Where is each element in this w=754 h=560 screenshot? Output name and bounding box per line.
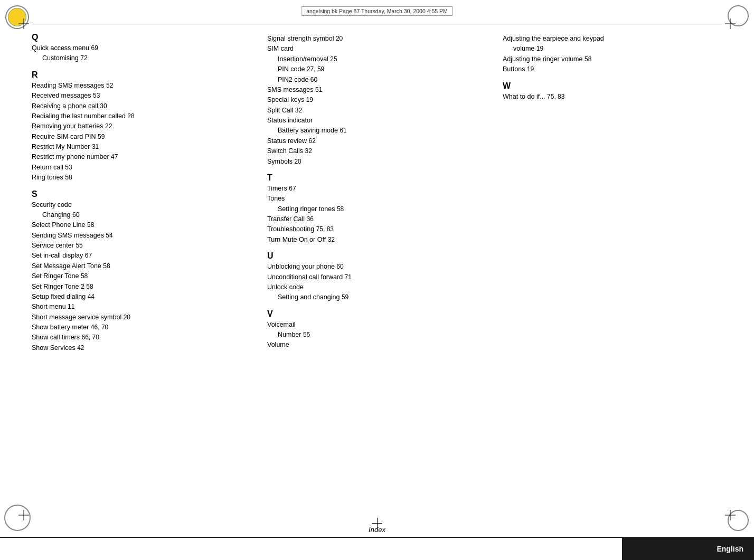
index-entry: SMS messages 51: [267, 85, 487, 95]
crosshair-bl: [16, 507, 32, 523]
entry-number: 58: [65, 174, 72, 181]
index-entry: Ring tones 58: [32, 173, 251, 183]
entry-number: 55: [303, 331, 310, 338]
index-entry: Show Services 42: [32, 343, 251, 353]
index-entry: Signal strength symbol 20: [267, 34, 487, 44]
index-entry: Setting and changing 59: [267, 292, 487, 302]
entry-number: 20: [124, 314, 130, 321]
entry-number: 60: [336, 263, 343, 270]
entry-number: 19: [536, 45, 543, 52]
entry-number: 32: [328, 236, 335, 243]
section-header-Q: Q: [32, 33, 251, 42]
entry-number: 58: [585, 55, 591, 63]
index-entry: Split Call 32: [267, 106, 487, 116]
entry-number: 19: [306, 96, 313, 103]
index-entry: Number 55: [267, 330, 487, 340]
column-3: Adjusting the earpiece and keypadvolume …: [503, 26, 722, 507]
index-entry: Unconditional call forward 71: [267, 272, 487, 282]
index-entry: Switch Calls 32: [267, 146, 487, 156]
index-entry: Setup fixed dialing 44: [32, 292, 251, 302]
index-entry: Timers 67: [267, 184, 487, 194]
index-entry: Quick access menu 69: [32, 43, 251, 53]
index-entry: Security code: [32, 200, 251, 210]
index-entry: Received messages 53: [32, 91, 251, 101]
index-entry: Symbols 20: [267, 157, 487, 167]
entry-number: 30: [100, 102, 107, 110]
entry-number: 53: [93, 92, 100, 99]
index-entry: Sending SMS messages 54: [32, 231, 251, 241]
entry-number: 44: [88, 293, 95, 300]
column-1: QQuick access menu 69Customising 72RRead…: [32, 26, 267, 507]
section-header-T: T: [267, 173, 487, 183]
content-area: QQuick access menu 69Customising 72RRead…: [32, 26, 722, 507]
index-entry: PIN code 27, 59: [267, 64, 487, 74]
entry-number: 47: [111, 153, 118, 160]
entry-number: 58: [86, 283, 93, 290]
entry-number: 58: [103, 262, 110, 270]
index-entry: Setting ringer tones 58: [267, 204, 487, 214]
entry-number: 71: [345, 273, 352, 281]
index-entry: Restrict my phone number 47: [32, 152, 251, 162]
index-entry: Status review 62: [267, 136, 487, 146]
entry-number: 20: [336, 35, 343, 42]
index-entry: Turn Mute On or Off 32: [267, 235, 487, 245]
section-header-V: V: [267, 309, 487, 319]
index-entry: Customising 72: [32, 53, 251, 63]
index-entry: Short menu 11: [32, 302, 251, 312]
entry-number: 42: [77, 344, 84, 352]
entry-number: 36: [307, 215, 314, 223]
entry-number: 27, 59: [307, 65, 324, 73]
entry-number: 51: [315, 86, 322, 93]
index-entry: Unblocking your phone 60: [267, 262, 487, 272]
entry-number: 46, 70: [91, 324, 108, 331]
entry-number: 32: [295, 107, 302, 114]
section-header-U: U: [267, 251, 487, 261]
index-entry: SIM card: [267, 44, 487, 54]
index-entry: volume 19: [503, 44, 722, 54]
entry-number: 58: [337, 205, 344, 213]
index-entry: What to do if... 75, 83: [503, 92, 722, 102]
entry-number: 58: [87, 221, 94, 229]
index-entry: Restrict My Number 31: [32, 142, 251, 152]
index-entry: Changing 60: [32, 210, 251, 220]
entry-number: 59: [98, 133, 105, 140]
entry-number: 72: [80, 54, 87, 62]
index-entry: Receiving a phone call 30: [32, 101, 251, 111]
index-entry: Show battery meter 46, 70: [32, 322, 251, 333]
index-entry: Return call 53: [32, 163, 251, 173]
index-label: Index: [369, 526, 385, 534]
crosshair-tr: [722, 16, 738, 32]
entry-number: 62: [309, 137, 316, 145]
index-entry: Transfer Call 36: [267, 214, 487, 224]
index-entry: Status indicator: [267, 116, 487, 126]
entry-number: 31: [92, 143, 99, 150]
index-entry: PIN2 code 60: [267, 75, 487, 85]
section-header-R: R: [32, 70, 251, 80]
section-header-S: S: [32, 189, 251, 199]
index-entry: Unlock code: [267, 282, 487, 292]
crosshair-tl: [16, 16, 32, 32]
index-entry: Tones: [267, 194, 487, 204]
section-header-W: W: [503, 81, 722, 91]
entry-number: 55: [76, 242, 82, 249]
index-entry: Buttons 19: [503, 64, 722, 74]
file-info-text: angelsing.bk Page 87 Thursday, March 30,…: [306, 8, 448, 14]
entry-number: 53: [65, 164, 72, 171]
entry-number: 20: [294, 158, 301, 165]
english-tab-text: English: [717, 545, 743, 553]
index-entry: Service center 55: [32, 241, 251, 251]
entry-number: 75, 83: [316, 225, 334, 233]
entry-number: 61: [340, 127, 346, 134]
entry-number: 75, 83: [547, 93, 564, 100]
entry-number: 32: [305, 147, 312, 155]
index-entry: Set Ringer Tone 58: [32, 271, 251, 281]
index-entry: Set Message Alert Tone 58: [32, 261, 251, 271]
entry-number: 54: [106, 232, 112, 239]
page-container: angelsing.bk Page 87 Thursday, March 30,…: [0, 0, 754, 560]
entry-number: 66, 70: [81, 334, 99, 341]
file-info-bar: angelsing.bk Page 87 Thursday, March 30,…: [301, 6, 453, 16]
index-entry: Adjusting the ringer volume 58: [503, 54, 722, 64]
top-rule: [32, 24, 722, 24]
index-entry: Battery saving mode 61: [267, 126, 487, 136]
index-entry: Insertion/removal 25: [267, 54, 487, 64]
